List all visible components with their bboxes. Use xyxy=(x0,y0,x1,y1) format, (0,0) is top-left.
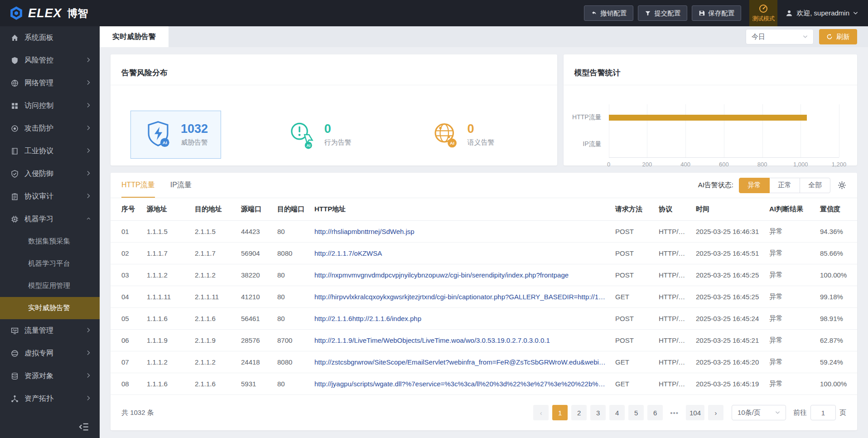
prev-page-button[interactable]: ‹ xyxy=(533,405,549,420)
cell-no: 02 xyxy=(111,243,142,264)
cell-url[interactable]: http://2.1.1.9/LiveTime/WebObjects/LiveT… xyxy=(310,330,611,351)
sidebar-item-vpn[interactable]: 虚拟专网 xyxy=(0,342,100,365)
sidebar-item-network[interactable]: 网络管理 xyxy=(0,72,100,94)
cell-result: 异常 xyxy=(765,221,815,243)
pagination: ‹ 123456•••104 › 10条/页 前往 页 xyxy=(531,405,846,420)
cell-url[interactable]: http://jyagpu/scripts/wgate.dll?%7eservi… xyxy=(310,373,611,395)
sidebar-item-industrial[interactable]: 工业协议 xyxy=(0,140,100,162)
cell-time: 2025-03-25 16:45:21 xyxy=(691,330,765,351)
sidebar-item-label: 网络管理 xyxy=(24,78,53,88)
table-settings-gear-icon[interactable] xyxy=(838,181,846,190)
sidebar-item-attack[interactable]: 攻击防护 xyxy=(0,117,100,140)
ai-status-filter-label: AI告警状态: xyxy=(698,181,733,190)
filter-all[interactable]: 全部 xyxy=(800,178,830,193)
chart-tick-label: 400 xyxy=(680,161,690,168)
cell-dst: 2.1.1.2 xyxy=(190,351,236,373)
filter-abnormal[interactable]: 异常 xyxy=(739,178,770,193)
svg-text:AI: AI xyxy=(163,140,167,145)
cell-url[interactable]: http://nxpmvmvgnvdmdpcvpjnyilcybnzopuwz/… xyxy=(310,264,611,286)
table-row: 071.1.1.22.1.1.2244188080http://zstcsbgr… xyxy=(111,351,857,373)
sidebar-item-risk[interactable]: 风险管控 xyxy=(0,49,100,72)
test-mode-label: 测试模式 xyxy=(752,15,775,23)
table-row: 051.1.1.62.1.1.65646180http://2.1.1.6htt… xyxy=(111,308,857,330)
refresh-button[interactable]: 刷新 xyxy=(819,29,857,44)
cell-src: 1.1.1.9 xyxy=(142,330,190,351)
column-header: 源端口 xyxy=(236,198,273,221)
collapse-sidebar-button[interactable] xyxy=(79,423,89,433)
sidebar-item-label: 风险管控 xyxy=(24,56,53,65)
cell-sport: 56461 xyxy=(236,308,273,330)
test-mode-indicator[interactable]: 测试模式 xyxy=(749,0,777,26)
page-button-104[interactable]: 104 xyxy=(686,405,704,420)
save-icon xyxy=(699,10,705,16)
chart-rows: HTTP流量IP流量 xyxy=(609,104,839,157)
stat-label: 语义告警 xyxy=(468,138,495,147)
cell-src: 1.1.1.11 xyxy=(142,286,190,308)
page-tab-realtime-threat-alerts[interactable]: 实时威胁告警 xyxy=(100,26,169,47)
cell-url[interactable]: http://2.1.1.7/oKZWSA xyxy=(310,243,611,264)
page-button-1[interactable]: 1 xyxy=(552,405,568,420)
page-button-5[interactable]: 5 xyxy=(628,405,644,420)
sidebar-item-traffic[interactable]: 流量管理 xyxy=(0,319,100,342)
sidebar-nav: 系统面板风险管控网络管理访问控制攻击防护工业协议入侵防御协议审计机器学习数据集预… xyxy=(0,26,100,410)
industrial-icon xyxy=(11,147,19,155)
save-config-button[interactable]: 保存配置 xyxy=(692,5,741,21)
chevron-down-icon xyxy=(803,35,808,39)
summary-cards-row: 告警风险分布 AI1032威胁告警AI0行为告警AI0语义告警 模型告警统计 0… xyxy=(111,54,857,165)
page-button-2[interactable]: 2 xyxy=(571,405,587,420)
cell-url[interactable]: http://hirpvvlxkralcqxoykxgwsrkjtezjrtxn… xyxy=(310,286,611,308)
cell-confidence: 59.24% xyxy=(815,351,857,373)
sidebar-item-dashboard[interactable]: 系统面板 xyxy=(0,26,100,49)
undo-icon xyxy=(591,10,597,16)
tab-ip-traffic[interactable]: IP流量 xyxy=(170,173,192,198)
sidebar-item-label: 协议审计 xyxy=(24,192,53,201)
stat-semantic-alerts[interactable]: AI0语义告警 xyxy=(418,111,507,158)
cell-url[interactable]: http://rhsliapmbnttrnej/SdWeh.jsp xyxy=(310,221,611,243)
sidebar-subitem[interactable]: 数据集预采集 xyxy=(0,230,100,253)
next-page-button[interactable]: › xyxy=(708,405,723,420)
cell-sport: 56904 xyxy=(236,243,273,264)
column-header: 置信度 xyxy=(815,198,857,221)
submit-config-button[interactable]: 提交配置 xyxy=(638,5,687,21)
stat-threat-alerts[interactable]: AI1032威胁告警 xyxy=(130,111,221,159)
risk-stats: AI1032威胁告警AI0行为告警AI0语义告警 xyxy=(111,92,557,178)
cell-dport: 80 xyxy=(273,221,310,243)
sidebar-item-access[interactable]: 访问控制 xyxy=(0,94,100,117)
chart-plot: 02004006008001,0001,200HTTP流量IP流量 xyxy=(609,104,839,158)
sidebar-item-topology[interactable]: 资产拓扑 xyxy=(0,387,100,410)
sidebar-item-resource[interactable]: 资源对象 xyxy=(0,365,100,387)
cell-dport: 80 xyxy=(273,308,310,330)
tab-http-traffic[interactable]: HTTP流量 xyxy=(121,173,155,198)
audit-icon xyxy=(11,193,19,200)
sidebar-subitem[interactable]: 机器学习平台 xyxy=(0,253,100,275)
undo-config-button[interactable]: 撤销配置 xyxy=(584,5,633,21)
table-tabs-row: HTTP流量IP流量 AI告警状态: 异常正常全部 xyxy=(111,173,857,198)
sidebar-item-label: 流量管理 xyxy=(24,326,53,336)
user-menu[interactable]: 欢迎, superadmin xyxy=(777,9,868,18)
sidebar-item-audit[interactable]: 协议审计 xyxy=(0,185,100,208)
cell-dport: 8080 xyxy=(273,243,310,264)
date-range-value: 今日 xyxy=(752,33,765,41)
cell-url[interactable]: http://zstcsbgrwrow/SiteScope/EmailServl… xyxy=(310,351,611,373)
config-button-label: 撤销配置 xyxy=(600,9,627,18)
cell-sport: 24418 xyxy=(236,351,273,373)
filter-normal[interactable]: 正常 xyxy=(769,178,800,193)
sidebar-item-label: 访问控制 xyxy=(24,101,53,111)
cell-method: POST xyxy=(611,264,654,286)
stat-behavior-alerts[interactable]: AI0行为告警 xyxy=(275,111,364,158)
page-button-4[interactable]: 4 xyxy=(609,405,625,420)
sidebar-item-ml[interactable]: 机器学习 xyxy=(0,208,100,230)
cell-confidence: 85.66% xyxy=(815,243,857,264)
chevron-right-icon xyxy=(87,394,91,403)
sidebar-item-intrusion[interactable]: 入侵防御 xyxy=(0,162,100,185)
page-size-select[interactable]: 10条/页 xyxy=(732,405,786,420)
page-button-3[interactable]: 3 xyxy=(590,405,606,420)
cell-url[interactable]: http://2.1.1.6http://2.1.1.6/index.php xyxy=(310,308,611,330)
goto-page-input[interactable] xyxy=(810,405,836,420)
sidebar-subitem[interactable]: 模型应用管理 xyxy=(0,275,100,297)
date-range-select[interactable]: 今日 xyxy=(746,29,814,44)
chevron-right-icon xyxy=(87,372,91,380)
page-button-6[interactable]: 6 xyxy=(647,405,663,420)
app-logo: ELEX 博智 xyxy=(0,6,97,20)
sidebar-subitem[interactable]: 实时威胁告警 xyxy=(0,297,100,319)
